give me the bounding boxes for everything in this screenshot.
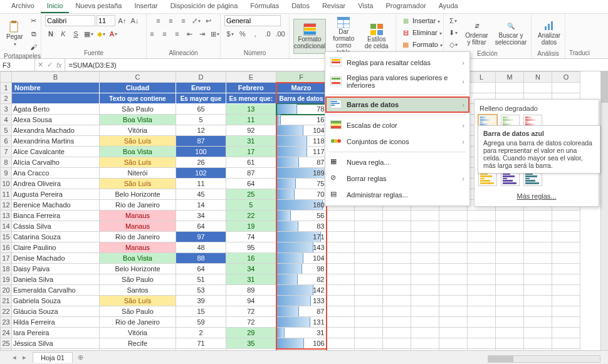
align-right-icon[interactable]: ≡	[172, 28, 183, 39]
column-header[interactable]: E	[226, 72, 276, 83]
cell[interactable]: 117	[276, 147, 327, 157]
cell[interactable]: 189	[276, 168, 327, 179]
sheet-nav-prev-icon[interactable]: ◂	[13, 353, 16, 361]
cell[interactable]: Rio de Janeiro	[100, 232, 176, 242]
vertical-scrollbar[interactable]	[600, 71, 608, 350]
cell[interactable]: 31	[226, 136, 276, 147]
cell[interactable]	[383, 221, 411, 232]
cell[interactable]	[439, 338, 468, 349]
cell[interactable]: 16	[276, 115, 327, 125]
insert-cells-button[interactable]: ⊞Insertar	[400, 15, 440, 26]
accept-formula-icon[interactable]: ✓	[47, 61, 53, 69]
cell[interactable]	[468, 253, 496, 264]
cell[interactable]: 48	[176, 242, 226, 253]
cell[interactable]	[496, 328, 524, 338]
cell[interactable]	[383, 328, 411, 338]
horizontal-scrollbar[interactable]	[488, 355, 600, 363]
cf-new-rule[interactable]: ▦ Nueva regla...	[325, 154, 469, 170]
cell[interactable]	[496, 242, 524, 253]
ribbon-tab-vista[interactable]: Vista	[352, 0, 379, 13]
row-header[interactable]: 25	[1, 338, 12, 349]
row-header[interactable]: 4	[1, 115, 12, 125]
cell[interactable]	[552, 264, 580, 274]
cell[interactable]: 142	[276, 285, 327, 296]
cell[interactable]	[383, 306, 411, 317]
cell[interactable]: 78	[276, 104, 327, 115]
cell[interactable]: Rio de Janeiro	[100, 317, 176, 328]
cell[interactable]	[496, 221, 524, 232]
cell[interactable]	[12, 93, 100, 104]
cell[interactable]: 31	[276, 328, 327, 338]
cell[interactable]	[552, 285, 580, 296]
cell[interactable]	[383, 317, 411, 328]
cell[interactable]: São Luís	[100, 136, 176, 147]
cell[interactable]	[411, 242, 439, 253]
cell[interactable]	[468, 338, 496, 349]
font-name-select[interactable]	[45, 15, 95, 26]
clear-icon[interactable]: ◇	[448, 39, 459, 50]
cell[interactable]	[468, 211, 496, 221]
cell[interactable]: Daniela Silva	[12, 274, 100, 285]
cell[interactable]: 51	[176, 274, 226, 285]
cell[interactable]	[355, 211, 383, 221]
cell[interactable]: Andrea Oliveira	[12, 179, 100, 189]
align-center-icon[interactable]: ≡	[159, 28, 170, 39]
autosum-icon[interactable]: Σ	[448, 15, 459, 26]
cell[interactable]: 56	[276, 211, 327, 221]
cell[interactable]	[496, 338, 524, 349]
cell[interactable]	[327, 221, 355, 232]
format-table-button[interactable]: Dar formato como tabla	[328, 19, 359, 54]
cell[interactable]	[439, 242, 468, 253]
cell[interactable]	[524, 83, 552, 93]
cell[interactable]: 82	[276, 274, 327, 285]
cell[interactable]	[439, 253, 468, 264]
ribbon-tab-insertar[interactable]: Insertar	[128, 0, 164, 13]
ribbon-tab-nueva-pestaña[interactable]: Nueva pestaña	[69, 0, 128, 13]
cell[interactable]	[524, 274, 552, 285]
cell[interactable]	[355, 264, 383, 274]
cell[interactable]	[355, 253, 383, 264]
fill-color-button[interactable]: ◆	[95, 28, 107, 39]
cell[interactable]: 13	[226, 104, 276, 115]
row-header[interactable]: 7	[1, 147, 12, 157]
cell[interactable]	[552, 232, 580, 242]
column-header[interactable]: F	[276, 72, 327, 83]
cell[interactable]: Boa Vista	[100, 115, 176, 125]
cell[interactable]: 104	[276, 253, 327, 264]
cell[interactable]: 104	[276, 125, 327, 136]
align-top-icon[interactable]: ≡	[153, 15, 164, 26]
cut-button[interactable]: ✂	[28, 15, 39, 26]
delete-cells-button[interactable]: ⊟Eliminar	[400, 27, 442, 38]
font-size-select[interactable]	[97, 15, 115, 26]
cell[interactable]: São Paulo	[100, 104, 176, 115]
cell[interactable]	[439, 274, 468, 285]
increase-decimal-icon[interactable]: .0	[262, 28, 273, 39]
cell[interactable]	[327, 232, 355, 242]
cell[interactable]: Alexa Sousa	[12, 115, 100, 125]
row-header[interactable]: 13	[1, 211, 12, 221]
cell[interactable]	[411, 285, 439, 296]
cell[interactable]: 98	[276, 264, 327, 274]
row-header[interactable]: 8	[1, 157, 12, 168]
cell[interactable]: 64	[176, 264, 226, 274]
cell[interactable]: 11	[226, 115, 276, 125]
cell[interactable]: Santos	[100, 285, 176, 296]
cell[interactable]: 19	[226, 221, 276, 232]
cell[interactable]	[355, 296, 383, 306]
cell[interactable]: 14	[176, 200, 226, 211]
row-header[interactable]: 18	[1, 264, 12, 274]
cell-styles-button[interactable]: Estilos de celda	[362, 19, 392, 54]
row-header[interactable]: 10	[1, 179, 12, 189]
cell[interactable]: 2	[176, 328, 226, 338]
cell[interactable]	[552, 296, 580, 306]
ribbon-tab-disposición-de-página[interactable]: Disposición de página	[164, 0, 244, 13]
cell[interactable]: 106	[276, 338, 327, 349]
cell[interactable]: 34	[226, 264, 276, 274]
cell[interactable]: 59	[176, 317, 226, 328]
cell[interactable]	[524, 317, 552, 328]
cell[interactable]	[355, 242, 383, 253]
cell[interactable]: Alice Cavalcante	[12, 147, 100, 157]
cell[interactable]: São Paulo	[100, 274, 176, 285]
cell[interactable]	[552, 211, 580, 221]
cell[interactable]	[383, 285, 411, 296]
